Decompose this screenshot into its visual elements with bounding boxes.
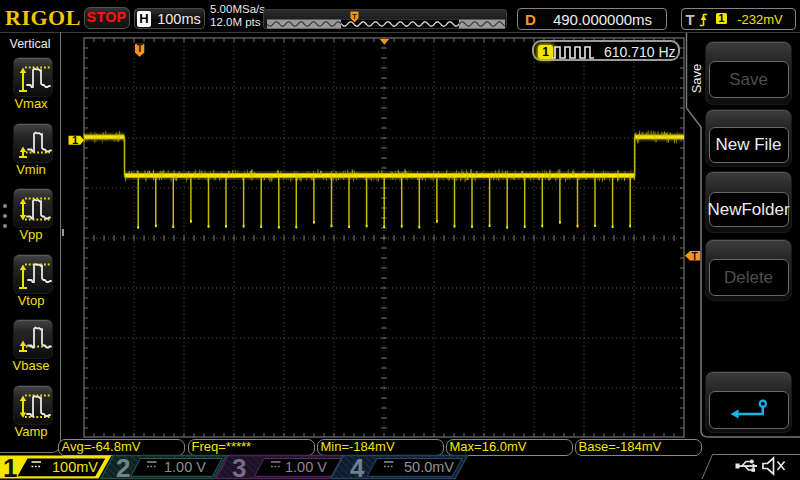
svg-text:T: T (137, 43, 143, 54)
svg-text:100mV: 100mV (52, 459, 98, 475)
svg-text:3: 3 (232, 453, 246, 480)
svg-text:4: 4 (350, 453, 365, 480)
svg-text:2: 2 (116, 453, 130, 480)
svg-text:50.0mV: 50.0mV (404, 459, 454, 475)
svg-text:T: T (691, 251, 697, 262)
svg-text:1: 1 (72, 134, 78, 146)
svg-text:1: 1 (3, 453, 17, 480)
svg-text:1.00 V: 1.00 V (164, 459, 206, 475)
svg-text:1.00 V: 1.00 V (285, 459, 327, 475)
